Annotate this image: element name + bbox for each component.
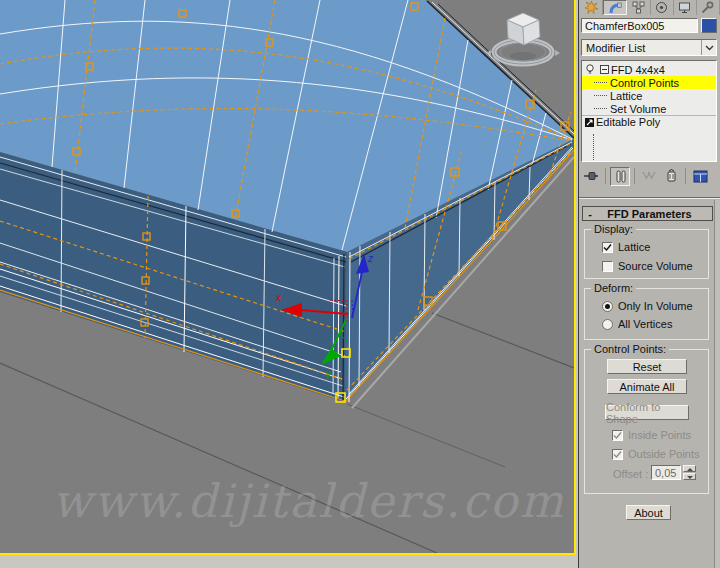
- remove-modifier-button[interactable]: [661, 167, 681, 186]
- inside-points-checkbox[interactable]: [612, 430, 623, 441]
- stack-item-editable-poly[interactable]: Editable Poly: [582, 115, 716, 128]
- show-end-result-icon: [614, 170, 627, 183]
- rollout-ffd-parameters[interactable]: - FFD Parameters: [582, 206, 713, 221]
- stack-item-label: Set Volume: [610, 103, 666, 115]
- rollout-title: FFD Parameters: [597, 208, 712, 220]
- command-panel-tabs: [580, 0, 720, 15]
- about-button[interactable]: About: [626, 505, 671, 520]
- dropdown-button[interactable]: [701, 40, 716, 55]
- control-points-group: Control Points: Reset Animate All Confor…: [584, 349, 709, 494]
- modifier-list-label: Modifier List: [582, 42, 701, 54]
- configure-modifier-sets-button[interactable]: [690, 167, 710, 186]
- editable-poly-icon: [585, 118, 594, 127]
- lattice-checkbox-label: Lattice: [618, 241, 650, 253]
- only-in-volume-radio[interactable]: [602, 301, 613, 312]
- reset-button[interactable]: Reset: [607, 359, 687, 374]
- chevron-down-icon: [705, 45, 714, 51]
- command-panel: Modifier List FFD 4x4x4 Control Points: [578, 0, 720, 568]
- object-name-input[interactable]: [581, 18, 698, 33]
- stack-item-label: Lattice: [610, 90, 642, 102]
- inside-points-checkbox-row[interactable]: Inside Points: [612, 429, 691, 441]
- toolbar-divider: [685, 168, 686, 184]
- outside-points-checkbox-row[interactable]: Outside Points: [612, 448, 700, 460]
- tree-connector: [593, 134, 594, 162]
- pin-stack-button[interactable]: [581, 167, 601, 186]
- stack-item-label: Control Points: [610, 77, 679, 89]
- offset-spinner-buttons[interactable]: [683, 465, 696, 480]
- deform-group-label: Deform:: [591, 282, 636, 294]
- only-in-volume-radio-label: Only In Volume: [618, 300, 693, 312]
- create-icon: [585, 1, 598, 14]
- lightbulb-icon[interactable]: [585, 64, 595, 75]
- show-end-result-button[interactable]: [610, 167, 630, 186]
- control-points-group-label: Control Points:: [591, 343, 669, 355]
- all-vertices-radio-row[interactable]: All Vertices: [602, 318, 672, 330]
- rollout-collapse-glyph[interactable]: -: [583, 208, 597, 220]
- toolbar-divider: [605, 168, 606, 184]
- animate-all-button[interactable]: Animate All: [607, 379, 687, 394]
- pin-stack-icon: [583, 169, 599, 183]
- tab-utilities[interactable]: [697, 0, 720, 15]
- tree-connector: [594, 82, 607, 83]
- stack-item-ffd[interactable]: FFD 4x4x4: [582, 63, 716, 76]
- hierarchy-icon: [632, 1, 645, 14]
- modifier-list-dropdown[interactable]: Modifier List: [581, 39, 717, 56]
- only-in-volume-radio-row[interactable]: Only In Volume: [602, 300, 693, 312]
- check-icon: [603, 243, 612, 252]
- tab-hierarchy[interactable]: [627, 0, 650, 15]
- make-unique-button[interactable]: [639, 167, 659, 186]
- display-group: Display: Lattice Source Volume: [584, 229, 709, 279]
- spinner-down-icon[interactable]: [683, 473, 696, 480]
- tab-motion[interactable]: [651, 0, 674, 15]
- stack-item-set-volume[interactable]: Set Volume: [582, 102, 716, 115]
- stack-toolbar: [581, 165, 717, 187]
- collapse-box-icon[interactable]: [600, 65, 609, 74]
- remove-modifier-icon: [665, 169, 678, 183]
- offset-label: Offset :: [613, 468, 648, 480]
- inside-points-checkbox-label: Inside Points: [628, 429, 691, 441]
- gizmo-z-label: z: [367, 253, 373, 264]
- tab-modify[interactable]: [603, 0, 627, 15]
- perspective-viewport[interactable]: x y z: [0, 0, 576, 555]
- modifier-stack: FFD 4x4x4 Control Points Lattice Set Vol…: [581, 60, 717, 162]
- motion-icon: [655, 1, 668, 14]
- stack-item-label: FFD 4x4x4: [611, 64, 665, 76]
- lattice-checkbox-row[interactable]: Lattice: [602, 241, 650, 253]
- gizmo-y-label: y: [325, 369, 332, 380]
- viewport-3d-scene: x y z: [0, 0, 574, 553]
- outside-points-checkbox[interactable]: [612, 449, 623, 460]
- rollout-scroll-strip[interactable]: [714, 200, 720, 568]
- object-color-swatch[interactable]: [701, 18, 717, 33]
- check-icon: [613, 431, 622, 440]
- conform-to-shape-button[interactable]: Conform to Shape: [605, 405, 689, 420]
- source-volume-checkbox-label: Source Volume: [618, 260, 693, 272]
- gizmo-x-label: x: [275, 292, 282, 303]
- source-volume-checkbox[interactable]: [602, 261, 613, 272]
- make-unique-icon: [642, 171, 656, 181]
- outside-points-checkbox-label: Outside Points: [628, 448, 700, 460]
- tab-display[interactable]: [674, 0, 697, 15]
- stack-item-control-points[interactable]: Control Points: [582, 76, 716, 89]
- configure-modifier-sets-icon: [693, 170, 708, 183]
- stack-item-label: Editable Poly: [596, 116, 660, 128]
- display-icon: [678, 1, 691, 14]
- deform-group: Deform: Only In Volume All Vertices: [584, 288, 709, 340]
- display-group-label: Display:: [591, 223, 636, 235]
- all-vertices-radio-label: All Vertices: [618, 318, 672, 330]
- source-volume-checkbox-row[interactable]: Source Volume: [602, 260, 693, 272]
- tree-connector: [594, 95, 607, 96]
- lattice-checkbox[interactable]: [602, 242, 613, 253]
- toolbar-divider: [634, 168, 635, 184]
- offset-spinner-field[interactable]: 0,05: [651, 465, 681, 480]
- application-window: x y z www.dijitalders.com: [0, 0, 720, 568]
- panel-divider: [579, 197, 720, 199]
- check-icon: [613, 450, 622, 459]
- utilities-icon: [701, 1, 714, 14]
- spinner-up-icon[interactable]: [683, 465, 696, 472]
- tab-create[interactable]: [580, 0, 603, 15]
- modify-icon: [609, 1, 622, 14]
- all-vertices-radio[interactable]: [602, 319, 613, 330]
- tree-connector: [594, 108, 607, 109]
- stack-item-lattice[interactable]: Lattice: [582, 89, 716, 102]
